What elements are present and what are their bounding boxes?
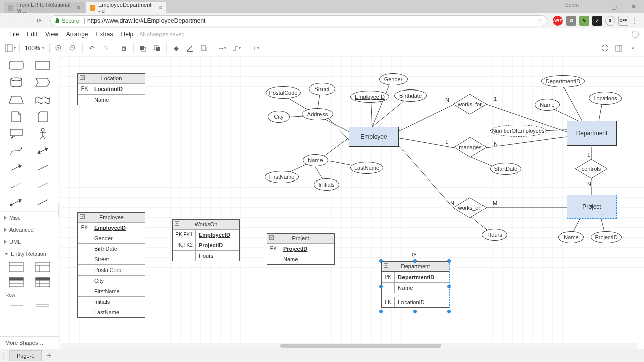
- selection-handle[interactable]: [447, 285, 451, 288]
- bookmark-icon[interactable]: ☆: [537, 17, 543, 24]
- shape-callout[interactable]: [4, 127, 28, 141]
- shape-arrow[interactable]: [4, 161, 28, 175]
- format-panel-icon[interactable]: [612, 42, 625, 55]
- er-shape-table-alt[interactable]: [31, 261, 55, 273]
- shadow-icon[interactable]: [197, 42, 210, 55]
- scrollbar-thumb[interactable]: [280, 344, 441, 348]
- language-icon[interactable]: [632, 31, 639, 38]
- collapse-icon[interactable]: −: [269, 235, 274, 240]
- selection-handle[interactable]: [379, 310, 383, 313]
- minimize-button[interactable]: ─: [584, 0, 604, 13]
- attr-initials[interactable]: Initials: [314, 178, 339, 191]
- page-tab-1[interactable]: Page-1: [9, 350, 42, 361]
- collapse-icon[interactable]: −: [384, 263, 388, 268]
- attr-hours[interactable]: Hours: [482, 229, 507, 241]
- table-workson[interactable]: −WorksOn PK,FK1EmployeeID PK,FK2ProjectI…: [172, 219, 240, 261]
- waypoint-icon[interactable]: ▾: [230, 42, 243, 55]
- entity-employee[interactable]: Employee: [349, 127, 399, 147]
- fullscreen-icon[interactable]: ⛶: [598, 42, 611, 55]
- table-project[interactable]: −Project PKProjectID Name: [267, 233, 335, 265]
- er-row-label[interactable]: Row: [0, 291, 59, 299]
- collapse-icon[interactable]: −: [175, 221, 179, 226]
- zoom-in-icon[interactable]: [52, 42, 65, 55]
- ext-icon-1[interactable]: ⧉: [566, 16, 576, 26]
- menu-edit[interactable]: Edit: [23, 31, 41, 38]
- attr-street[interactable]: Street: [309, 83, 335, 95]
- shape-card[interactable]: [31, 110, 55, 124]
- rel-works-on[interactable]: works_on: [453, 197, 487, 218]
- rel-works-for[interactable]: works_for: [453, 94, 487, 115]
- delete-icon[interactable]: 🗑: [118, 42, 131, 55]
- back-button[interactable]: ←: [5, 15, 17, 27]
- attr-birthdate[interactable]: Birthdate: [394, 89, 427, 102]
- sidebar-section-uml[interactable]: UML: [0, 236, 59, 248]
- selection-handle[interactable]: [379, 285, 383, 288]
- shape-rect[interactable]: [31, 58, 55, 72]
- rotate-handle[interactable]: ⟳: [412, 251, 418, 257]
- table-location[interactable]: −Location PKLocationID Name: [77, 73, 145, 105]
- attr-city[interactable]: City: [268, 111, 290, 123]
- sidebar-section-misc[interactable]: Misc: [0, 212, 59, 224]
- close-icon[interactable]: ×: [77, 4, 80, 11]
- selection-handle[interactable]: [447, 259, 451, 263]
- menu-help[interactable]: Help: [117, 31, 138, 38]
- ext-icon-3[interactable]: ✓: [592, 16, 602, 26]
- rel-controls[interactable]: controls: [575, 159, 608, 179]
- more-shapes-button[interactable]: More Shapes…: [0, 336, 59, 349]
- forward-button[interactable]: →: [19, 15, 31, 27]
- ext-abp-icon[interactable]: ABP: [553, 16, 563, 26]
- ext-icon-2[interactable]: ✎: [579, 16, 589, 26]
- selection-handle[interactable]: [379, 259, 383, 263]
- to-back-icon[interactable]: [150, 42, 164, 55]
- shape-cylinder[interactable]: [4, 75, 28, 89]
- attr-name-proj[interactable]: Name: [558, 231, 584, 243]
- to-front-icon[interactable]: [136, 42, 149, 55]
- zoom-out-icon[interactable]: [66, 42, 79, 55]
- er-shape-divider[interactable]: [4, 300, 28, 312]
- insert-icon[interactable]: ＋▾: [249, 42, 262, 55]
- add-page-button[interactable]: ＋: [44, 350, 55, 361]
- ext-icon-5[interactable]: OFF: [618, 16, 628, 26]
- undo-icon[interactable]: ↶: [85, 42, 98, 55]
- entity-project[interactable]: Project ✥: [567, 195, 617, 219]
- attr-numberofemployees[interactable]: NumberOfEmployees: [490, 125, 546, 137]
- er-shape-table-4[interactable]: [31, 276, 55, 288]
- shape-rect-rounded[interactable]: [4, 58, 28, 72]
- menu-view[interactable]: View: [41, 31, 62, 38]
- menu-file[interactable]: File: [5, 31, 23, 38]
- close-icon[interactable]: ×: [158, 4, 162, 11]
- line-color-icon[interactable]: [183, 42, 196, 55]
- entity-department[interactable]: Department: [567, 121, 617, 146]
- selection-handle[interactable]: [413, 310, 417, 313]
- er-shape-table-3[interactable]: [4, 276, 28, 288]
- shape-thin-line[interactable]: [31, 178, 55, 192]
- attr-startdate[interactable]: StartDate: [490, 163, 521, 175]
- attr-employeeid[interactable]: EmployeeID: [350, 90, 389, 103]
- connection-icon[interactable]: →▾: [216, 42, 229, 55]
- shape-dashed[interactable]: [4, 178, 28, 192]
- shape-note[interactable]: [4, 110, 28, 124]
- browser-tab-1[interactable]: EmployeeDepartment - d ×: [86, 2, 166, 13]
- zoom-control[interactable]: 100%▾: [22, 45, 47, 52]
- fill-color-icon[interactable]: [169, 42, 182, 55]
- attr-name-dept[interactable]: Name: [535, 99, 560, 111]
- profile-label[interactable]: Søren: [565, 2, 579, 8]
- selection-handle[interactable]: [413, 259, 417, 263]
- menu-extras[interactable]: Extras: [92, 31, 117, 38]
- er-shape-divider-2[interactable]: [31, 300, 55, 312]
- collapse-icon[interactable]: ▾: [626, 42, 639, 55]
- collapse-icon[interactable]: −: [80, 214, 85, 219]
- sidebar-section-er[interactable]: Entity Relation: [0, 248, 59, 260]
- selection-handle[interactable]: [447, 310, 451, 313]
- collapse-icon[interactable]: −: [80, 75, 85, 80]
- table-department[interactable]: −Department PKDepartmentID Name FKLocati…: [381, 261, 449, 308]
- shape-actor[interactable]: [31, 127, 55, 141]
- sidebar-section-advanced[interactable]: Advanced: [0, 224, 59, 236]
- shape-tape[interactable]: [31, 93, 55, 107]
- attr-gender[interactable]: Gender: [379, 73, 408, 85]
- attr-lastname[interactable]: LastName: [350, 162, 383, 174]
- view-dropdown[interactable]: ▾: [4, 42, 17, 55]
- redo-icon[interactable]: ↷: [99, 42, 112, 55]
- shape-line-plain[interactable]: [31, 195, 55, 209]
- shape-line-diag[interactable]: [31, 161, 55, 175]
